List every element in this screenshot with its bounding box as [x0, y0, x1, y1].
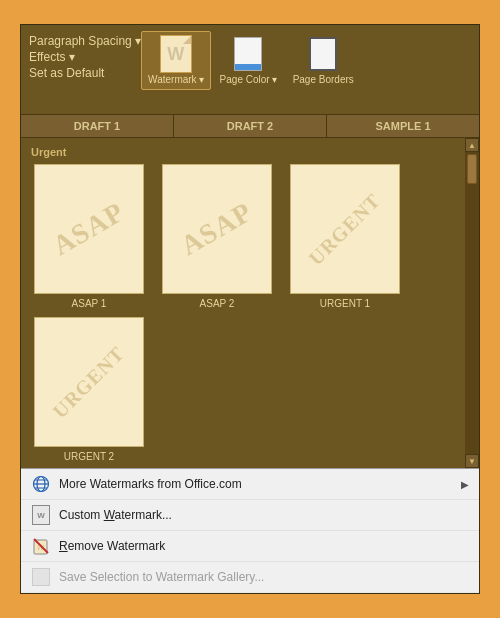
more-watermarks-arrow: ▶: [461, 479, 469, 490]
ribbon: Paragraph Spacing ▾ Effects ▾ Set as Def…: [21, 25, 479, 115]
remove-watermark-menu-item[interactable]: W Remove Watermark: [21, 531, 479, 562]
custom-watermark-icon: W: [31, 505, 51, 525]
effects-button[interactable]: Effects ▾: [29, 49, 141, 65]
gallery-item-label-urgent1: URGENT 1: [320, 298, 370, 309]
page-color-icon-graphic: [234, 37, 262, 71]
gallery-section-label: Urgent: [29, 146, 457, 158]
watermark-text-asap2: ASAP: [176, 196, 259, 262]
watermark-icon: [160, 35, 192, 73]
page-color-button[interactable]: Page Color ▾: [213, 31, 284, 90]
watermark-text-urgent1: URGENT: [304, 188, 385, 269]
ribbon-left-panel: Paragraph Spacing ▾ Effects ▾ Set as Def…: [29, 29, 141, 81]
paragraph-spacing-button[interactable]: Paragraph Spacing ▾: [29, 33, 141, 49]
tab-draft1[interactable]: DRAFT 1: [21, 115, 174, 137]
scrollbar-down-button[interactable]: ▼: [465, 454, 479, 468]
set-as-default-button[interactable]: Set as Default: [29, 65, 141, 81]
menu-section: More Watermarks from Office.com ▶ W Cust…: [21, 468, 479, 593]
page-color-button-label: Page Color ▾: [220, 74, 277, 85]
page-color-dropdown-arrow: ▾: [272, 74, 277, 85]
gallery-item-label-asap1: ASAP 1: [72, 298, 107, 309]
scrollbar: ▲ ▼: [465, 138, 479, 468]
gallery-item-urgent1[interactable]: URGENT URGENT 1: [285, 164, 405, 309]
ribbon-buttons: Watermark ▾ Page Color ▾: [141, 29, 361, 90]
watermark-icon-corner: [183, 36, 191, 44]
gallery-item-label-asap2: ASAP 2: [200, 298, 235, 309]
page-borders-icon: [305, 36, 341, 72]
gallery-item-asap1[interactable]: ASAP ASAP 1: [29, 164, 149, 309]
tabs-bar: DRAFT 1 DRAFT 2 SAMPLE 1: [21, 115, 479, 138]
watermark-dropdown-arrow: ▾: [199, 74, 204, 85]
gallery-item-label-urgent2: URGENT 2: [64, 451, 114, 462]
gallery-item-urgent2[interactable]: URGENT URGENT 2: [29, 317, 149, 462]
page-borders-button-label: Page Borders: [293, 74, 354, 85]
page-borders-button[interactable]: Page Borders: [286, 31, 361, 90]
watermark-button-icon: [158, 36, 194, 72]
page-color-icon: [230, 36, 266, 72]
custom-watermark-label: Custom Watermark...: [59, 508, 469, 522]
watermark-page-urgent1: URGENT: [290, 164, 400, 294]
content-area: Urgent ASAP ASAP 1 ASAP ASAP 2: [21, 138, 479, 468]
custom-wm-icon-graphic: W: [32, 505, 50, 525]
gallery-item-asap2[interactable]: ASAP ASAP 2: [157, 164, 277, 309]
gallery-grid: ASAP ASAP 1 ASAP ASAP 2 URGENT URGENT: [29, 164, 457, 462]
watermark-button-label: Watermark ▾: [148, 74, 204, 85]
more-watermarks-menu-item[interactable]: More Watermarks from Office.com ▶: [21, 469, 479, 500]
tab-sample1[interactable]: SAMPLE 1: [327, 115, 479, 137]
save-to-gallery-label: Save Selection to Watermark Gallery...: [59, 570, 469, 584]
custom-watermark-menu-item[interactable]: W Custom Watermark...: [21, 500, 479, 531]
save-to-gallery-menu-item: Save Selection to Watermark Gallery...: [21, 562, 479, 593]
watermark-page-asap1: ASAP: [34, 164, 144, 294]
watermark-button[interactable]: Watermark ▾: [141, 31, 211, 90]
watermark-page-urgent2: URGENT: [34, 317, 144, 447]
main-window: Paragraph Spacing ▾ Effects ▾ Set as Def…: [20, 24, 480, 594]
save-to-gallery-icon: [31, 567, 51, 587]
tab-draft2[interactable]: DRAFT 2: [174, 115, 327, 137]
save-icon-graphic: [32, 568, 50, 586]
remove-watermark-icon: W: [31, 536, 51, 556]
scrollbar-thumb[interactable]: [467, 154, 477, 184]
watermark-page-asap2: ASAP: [162, 164, 272, 294]
gallery: Urgent ASAP ASAP 1 ASAP ASAP 2: [21, 138, 465, 468]
remove-watermark-label: Remove Watermark: [59, 539, 469, 553]
watermark-text-asap1: ASAP: [48, 196, 131, 262]
more-watermarks-label: More Watermarks from Office.com: [59, 477, 453, 491]
globe-icon: [31, 474, 51, 494]
page-borders-icon-graphic: [309, 37, 337, 71]
scrollbar-up-button[interactable]: ▲: [465, 138, 479, 152]
watermark-text-urgent2: URGENT: [48, 341, 129, 422]
